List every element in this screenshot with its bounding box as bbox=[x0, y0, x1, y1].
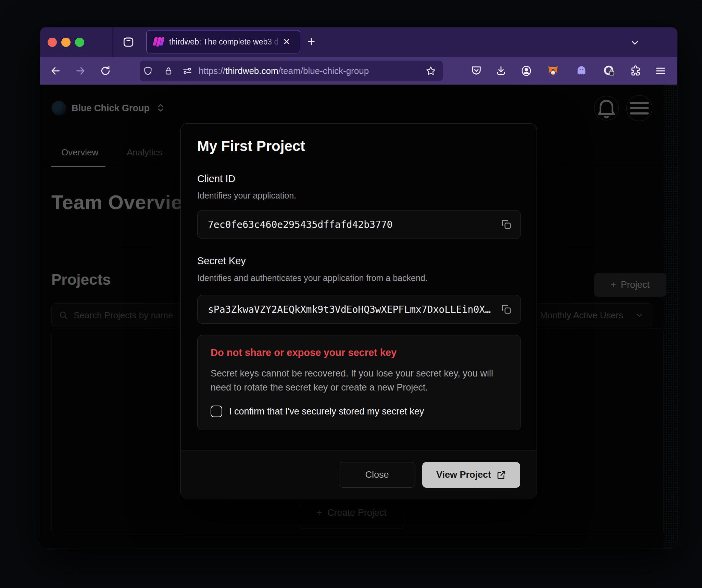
tab-close-icon[interactable]: ✕ bbox=[283, 37, 290, 46]
bookmark-star-icon[interactable] bbox=[426, 66, 436, 76]
secret-key-warning-box: Do not share or expose your secret key S… bbox=[197, 335, 521, 430]
confirm-checkbox-label: I confirm that I've securely stored my s… bbox=[229, 406, 424, 417]
external-link-icon bbox=[497, 470, 506, 480]
url-domain: thirdweb.com bbox=[225, 66, 278, 76]
confirm-checkbox-row[interactable]: I confirm that I've securely stored my s… bbox=[211, 406, 424, 417]
browser-toolbar: https://thirdweb.com/team/blue-chick-gro… bbox=[40, 57, 677, 85]
browser-tab-bar: thirdweb: The complete web3 d ✕ + bbox=[40, 27, 677, 57]
warning-title: Do not share or expose your secret key bbox=[211, 347, 507, 358]
close-button[interactable]: Close bbox=[339, 462, 415, 488]
project-details-dialog: My First Project Client ID Identifies yo… bbox=[180, 123, 537, 499]
account-icon[interactable] bbox=[521, 65, 532, 77]
secret-key-description: Identifies and authenticates your applic… bbox=[197, 273, 428, 283]
reload-button[interactable] bbox=[100, 65, 111, 76]
view-project-button[interactable]: View Project bbox=[422, 462, 520, 488]
browser-window: thirdweb: The complete web3 d ✕ + bbox=[40, 27, 677, 548]
metamask-extension-icon[interactable] bbox=[547, 65, 559, 77]
browser-tab-active[interactable]: thirdweb: The complete web3 d ✕ bbox=[146, 30, 300, 53]
back-button[interactable] bbox=[50, 65, 61, 76]
list-all-tabs-chevron-icon[interactable] bbox=[630, 38, 640, 48]
client-id-description: Identifies your application. bbox=[197, 191, 296, 201]
client-id-field[interactable]: 7ec0fe63c460e295435dffafd42b3770 bbox=[197, 210, 521, 239]
new-tab-button[interactable]: + bbox=[304, 35, 318, 49]
client-id-value[interactable]: 7ec0fe63c460e295435dffafd42b3770 bbox=[208, 219, 501, 230]
secret-key-value[interactable]: sPa3ZkwaVZY2AEQkXmk9t3VdEoHQ3wXEPFLmx7Dx… bbox=[208, 304, 501, 315]
tab-title: thirdweb: The complete web3 d bbox=[169, 37, 282, 47]
traffic-light-minimize-button[interactable] bbox=[61, 38, 71, 47]
address-bar[interactable]: https://thirdweb.com/team/blue-chick-gro… bbox=[140, 61, 443, 81]
url-path: /team/blue-chick-group bbox=[278, 66, 369, 76]
page-content: Blue Chick Group Overview Analytics Team… bbox=[40, 85, 677, 548]
traffic-light-close-button[interactable] bbox=[48, 38, 57, 47]
firefox-view-icon[interactable] bbox=[122, 36, 135, 48]
privacy-extension-icon[interactable] bbox=[603, 65, 615, 77]
traffic-light-zoom-button[interactable] bbox=[75, 38, 84, 47]
thirdweb-favicon-icon bbox=[153, 37, 164, 47]
copy-icon[interactable] bbox=[501, 304, 512, 315]
secret-key-field[interactable]: sPa3ZkwaVZY2AEQkXmk9t3VdEoHQ3wXEPFLmx7Dx… bbox=[197, 295, 521, 324]
downloads-icon[interactable] bbox=[495, 65, 507, 77]
tabbar-divider bbox=[112, 27, 113, 57]
view-project-label: View Project bbox=[436, 470, 491, 480]
pocket-icon[interactable] bbox=[471, 65, 482, 77]
dialog-title: My First Project bbox=[197, 138, 305, 154]
client-id-label: Client ID bbox=[197, 173, 235, 184]
extensions-puzzle-icon[interactable] bbox=[630, 65, 641, 77]
https-lock-icon[interactable] bbox=[164, 66, 173, 76]
screenshot-canvas: thirdweb: The complete web3 d ✕ + bbox=[0, 0, 702, 588]
secret-key-label: Secret Key bbox=[197, 255, 246, 267]
menu-hamburger-icon[interactable] bbox=[655, 65, 666, 77]
phantom-extension-icon[interactable] bbox=[576, 65, 587, 77]
warning-body: Secret keys cannot be recovered. If you … bbox=[211, 367, 497, 395]
copy-icon[interactable] bbox=[501, 219, 512, 230]
url-text[interactable]: https://thirdweb.com/team/blue-chick-gro… bbox=[199, 61, 369, 81]
permissions-icon[interactable] bbox=[183, 66, 192, 76]
url-scheme: https:// bbox=[199, 66, 225, 76]
confirm-checkbox[interactable] bbox=[211, 406, 222, 417]
tracking-protection-shield-icon[interactable] bbox=[143, 66, 153, 76]
dialog-footer: Close View Project bbox=[181, 450, 537, 499]
forward-button[interactable] bbox=[75, 65, 86, 76]
